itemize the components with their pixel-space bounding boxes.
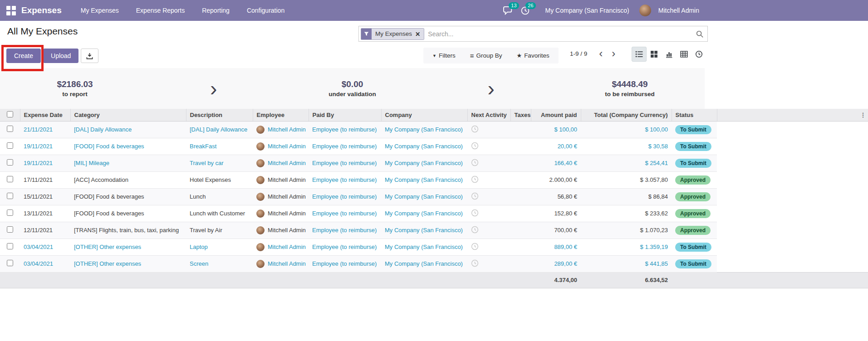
taxes-cell[interactable] [510, 155, 531, 171]
column-header-amount-paid[interactable]: Amount paid [531, 109, 581, 121]
table-row[interactable]: 12/11/2021 [TRANS] Flights, train, bus, … [0, 222, 868, 239]
taxes-cell[interactable] [510, 222, 531, 239]
total-cell[interactable]: $ 1.359,19 [581, 239, 672, 255]
row-checkbox[interactable] [7, 176, 13, 182]
next-activity-cell[interactable] [467, 171, 510, 188]
column-header-paid-by[interactable]: Paid By [309, 109, 381, 121]
table-row[interactable]: 03/04/2021 [OTHER] Other expenses Laptop… [0, 239, 868, 255]
table-row[interactable]: 19/11/2021 [FOOD] Food & beverages Break… [0, 138, 868, 155]
row-checkbox[interactable] [7, 142, 13, 149]
amount-paid-cell[interactable]: 289,00 € [531, 255, 581, 272]
create-button[interactable]: Create [6, 49, 41, 63]
row-checkbox[interactable] [7, 243, 13, 249]
employee-cell[interactable]: Mitchell Admin [253, 205, 309, 222]
group-by-button[interactable]: ≡Group By [470, 52, 502, 59]
total-cell[interactable]: $ 100,00 [581, 121, 672, 138]
taxes-cell[interactable] [510, 121, 531, 138]
company-cell[interactable]: My Company (San Francisco) [381, 239, 467, 255]
favorites-button[interactable]: ★Favorites [516, 52, 549, 59]
description-cell[interactable]: Lunch [186, 188, 253, 205]
amount-paid-cell[interactable]: 2.000,00 € [531, 171, 581, 188]
download-button[interactable] [81, 49, 98, 63]
status-cell[interactable]: Approved [672, 205, 717, 222]
taxes-cell[interactable] [510, 239, 531, 255]
expense-date-cell[interactable]: 03/04/2021 [20, 255, 70, 272]
employee-cell[interactable]: Mitchell Admin [253, 255, 309, 272]
taxes-cell[interactable] [510, 205, 531, 222]
employee-cell[interactable]: Mitchell Admin [253, 121, 309, 138]
paid-by-cell[interactable]: Employee (to reimburse) [309, 239, 381, 255]
status-cell[interactable]: Approved [672, 171, 717, 188]
paid-by-cell[interactable]: Employee (to reimburse) [309, 138, 381, 155]
apps-menu-icon[interactable] [6, 6, 16, 15]
paid-by-cell[interactable]: Employee (to reimburse) [309, 155, 381, 171]
paid-by-cell[interactable]: Employee (to reimburse) [309, 222, 381, 239]
paid-by-cell[interactable]: Employee (to reimburse) [309, 255, 381, 272]
taxes-cell[interactable] [510, 138, 531, 155]
amount-paid-cell[interactable]: 166,40 € [531, 155, 581, 171]
total-cell[interactable]: $ 30,58 [581, 138, 672, 155]
employee-cell[interactable]: Mitchell Admin [253, 239, 309, 255]
paid-by-cell[interactable]: Employee (to reimburse) [309, 171, 381, 188]
company-cell[interactable]: My Company (San Francisco) [381, 138, 467, 155]
category-cell[interactable]: [FOOD] Food & beverages [70, 188, 186, 205]
amount-paid-cell[interactable]: 20,00 € [531, 138, 581, 155]
table-row[interactable]: 21/11/2021 [DAL] Daily Allowance [DAL] D… [0, 121, 868, 138]
activity-view-button[interactable] [691, 47, 706, 62]
category-cell[interactable]: [FOOD] Food & beverages [70, 138, 186, 155]
total-cell[interactable]: $ 441,85 [581, 255, 672, 272]
column-header-expense-date[interactable]: Expense Date [20, 109, 70, 121]
menu-item-configuration[interactable]: Configuration [247, 7, 284, 14]
category-cell[interactable]: [FOOD] Food & beverages [70, 205, 186, 222]
total-cell[interactable]: $ 86,84 [581, 188, 672, 205]
column-header-employee[interactable]: Employee [253, 109, 309, 121]
description-cell[interactable]: Travel by car [186, 155, 253, 171]
next-activity-cell[interactable] [467, 155, 510, 171]
expense-date-cell[interactable]: 19/11/2021 [20, 155, 70, 171]
description-cell[interactable]: Hotel Expenses [186, 171, 253, 188]
table-row[interactable]: 17/11/2021 [ACC] Accomodation Hotel Expe… [0, 171, 868, 188]
column-header-status[interactable]: Status [672, 109, 717, 121]
taxes-cell[interactable] [510, 188, 531, 205]
status-cell[interactable]: To Submit [672, 138, 717, 155]
category-cell[interactable]: [OTHER] Other expenses [70, 255, 186, 272]
status-cell[interactable]: To Submit [672, 255, 717, 272]
pager-next-icon[interactable]: › [608, 49, 619, 58]
amount-paid-cell[interactable]: 700,00 € [531, 222, 581, 239]
next-activity-cell[interactable] [467, 121, 510, 138]
expense-date-cell[interactable]: 13/11/2021 [20, 205, 70, 222]
taxes-cell[interactable] [510, 255, 531, 272]
optional-columns-icon[interactable]: ⋮ [858, 109, 868, 121]
paid-by-cell[interactable]: Employee (to reimburse) [309, 188, 381, 205]
paid-by-cell[interactable]: Employee (to reimburse) [309, 121, 381, 138]
expense-date-cell[interactable]: 03/04/2021 [20, 239, 70, 255]
category-cell[interactable]: [DAL] Daily Allowance [70, 121, 186, 138]
company-cell[interactable]: My Company (San Francisco) [381, 155, 467, 171]
user-menu[interactable]: Mitchell Admin [658, 7, 699, 14]
category-cell[interactable]: [OTHER] Other expenses [70, 239, 186, 255]
company-cell[interactable]: My Company (San Francisco) [381, 171, 467, 188]
status-cell[interactable]: To Submit [672, 239, 717, 255]
amount-paid-cell[interactable]: 56,80 € [531, 188, 581, 205]
expense-date-cell[interactable]: 12/11/2021 [20, 222, 70, 239]
employee-cell[interactable]: Mitchell Admin [253, 188, 309, 205]
select-all-checkbox[interactable] [7, 111, 13, 117]
description-cell[interactable]: [DAL] Daily Allowance [186, 121, 253, 138]
company-switcher[interactable]: My Company (San Francisco) [545, 7, 629, 14]
column-header-company[interactable]: Company [381, 109, 467, 121]
row-checkbox[interactable] [7, 209, 13, 216]
description-cell[interactable]: Laptop [186, 239, 253, 255]
paid-by-cell[interactable]: Employee (to reimburse) [309, 205, 381, 222]
status-cell[interactable]: To Submit [672, 121, 717, 138]
row-checkbox[interactable] [7, 126, 13, 132]
status-cell[interactable]: Approved [672, 222, 717, 239]
next-activity-cell[interactable] [467, 222, 510, 239]
description-cell[interactable]: Travel by Air [186, 222, 253, 239]
description-cell[interactable]: Lunch with Customer [186, 205, 253, 222]
next-activity-cell[interactable] [467, 255, 510, 272]
employee-cell[interactable]: Mitchell Admin [253, 155, 309, 171]
company-cell[interactable]: My Company (San Francisco) [381, 188, 467, 205]
kanban-view-button[interactable] [647, 47, 662, 62]
company-cell[interactable]: My Company (San Francisco) [381, 255, 467, 272]
column-header-description[interactable]: Description [186, 109, 253, 121]
